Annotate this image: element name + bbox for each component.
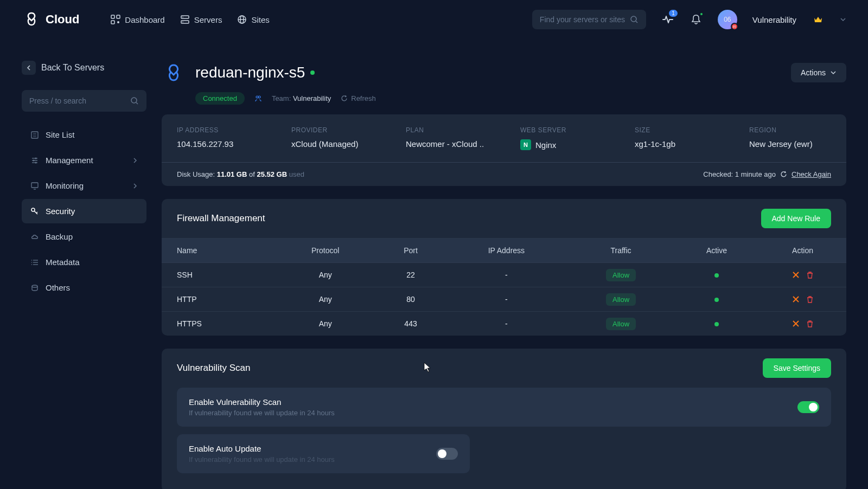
sidebar-item-metadata[interactable]: Metadata (22, 250, 146, 274)
sidebar-item-label: Site List (46, 130, 74, 139)
refresh-button[interactable]: Refresh (341, 94, 376, 102)
user-name: Vulnerability (752, 15, 796, 24)
delete-icon[interactable] (806, 295, 814, 303)
save-settings-button[interactable]: Save Settings (763, 358, 831, 378)
cloud-icon (30, 233, 39, 241)
chevron-left-icon (22, 61, 36, 75)
nav-sites[interactable]: Sites (237, 15, 269, 24)
sidebar-search[interactable]: Press / to search (22, 90, 146, 112)
disk-usage-text: Disk Usage: 11.01 GB of 25.52 GB used (177, 170, 304, 178)
chevron-down-icon (830, 69, 837, 76)
ip-value: 104.156.227.93 (177, 139, 259, 149)
team-name: Vulnerability (293, 94, 331, 102)
refresh-icon (780, 171, 787, 178)
chevron-right-icon (132, 158, 138, 163)
cell-traffic: Allow (567, 263, 674, 287)
svg-point-21 (35, 157, 37, 159)
activity-icon[interactable]: 1 (661, 13, 674, 26)
size-label: SIZE (635, 126, 717, 134)
enable-vuln-toggle[interactable] (797, 401, 819, 413)
sidebar-item-management[interactable]: Management (22, 148, 146, 172)
sidebar-item-label: Security (46, 207, 75, 216)
disable-icon[interactable] (792, 295, 800, 303)
col-traffic: Traffic (567, 239, 674, 263)
auto-update-title: Enable Auto Update (189, 444, 335, 453)
grid-icon (111, 15, 120, 24)
auto-update-toggle[interactable] (436, 448, 458, 460)
add-rule-button[interactable]: Add New Rule (761, 209, 832, 228)
global-search[interactable]: Find your servers or sites (532, 10, 646, 29)
svg-point-13 (131, 98, 137, 103)
auto-update-desc: If vulnerability found we will update in… (189, 455, 335, 464)
sidebar-item-others[interactable]: Others (22, 275, 146, 300)
back-label: Back To Servers (41, 63, 104, 73)
server-logo-icon (162, 61, 186, 85)
enable-vuln-desc: If vulnerability found we will update in… (189, 409, 335, 417)
back-to-servers[interactable]: Back To Servers (22, 61, 146, 75)
col-protocol: Protocol (275, 239, 376, 263)
sidebar-item-backup[interactable]: Backup (22, 224, 146, 249)
logo-icon (22, 10, 41, 29)
auto-update-row: Enable Auto Update If vulnerability foun… (177, 434, 470, 473)
cell-ip: - (445, 287, 568, 312)
disable-icon[interactable] (792, 320, 800, 327)
sidebar-item-label: Management (46, 156, 93, 165)
sidebar-item-site-list[interactable]: Site List (22, 123, 146, 147)
status-dot-icon (310, 70, 315, 75)
table-row: HTTPS Any 443 - Allow (162, 312, 846, 336)
sidebar-item-label: Monitoring (46, 181, 84, 190)
avatar[interactable]: 06 R (718, 10, 737, 29)
svg-point-33 (31, 262, 33, 263)
ip-label: IP ADDRESS (177, 126, 259, 134)
plan-label: PLAN (406, 126, 488, 134)
cell-name: HTTPS (162, 312, 275, 336)
ws-label: WEB SERVER (520, 126, 602, 134)
actions-button[interactable]: Actions (791, 63, 846, 82)
bell-icon[interactable] (690, 13, 703, 26)
stack-icon (30, 284, 39, 292)
svg-rect-0 (111, 15, 114, 18)
nav-servers[interactable]: Servers (180, 15, 222, 24)
server-icon (180, 15, 190, 24)
monitor-icon (30, 182, 39, 190)
svg-point-7 (182, 22, 183, 23)
cell-port: 22 (376, 263, 445, 287)
user-menu-chevron[interactable] (840, 16, 846, 23)
cell-ip: - (445, 312, 568, 336)
cell-name: SSH (162, 263, 275, 287)
avatar-initials: 06 (724, 16, 731, 23)
nav-dashboard[interactable]: Dashboard (111, 15, 164, 24)
svg-rect-4 (181, 16, 189, 18)
col-active: Active (674, 239, 759, 263)
brand-text: Cloud (46, 12, 79, 27)
checked-text: Checked: 1 minute ago (703, 170, 776, 178)
table-row: HTTP Any 80 - Allow (162, 287, 846, 312)
sidebar-item-security[interactable]: Security (22, 199, 146, 223)
server-name: reduan-nginx-s5 (195, 64, 305, 81)
status-badge: Connected (195, 92, 245, 105)
provider-label: PROVIDER (291, 126, 373, 134)
col-action: Action (759, 239, 846, 263)
logo[interactable]: Cloud (22, 10, 79, 29)
cell-traffic: Allow (567, 287, 674, 312)
info-bar: IP ADDRESS104.156.227.93 PROVIDERxCloud … (162, 114, 846, 162)
cell-protocol: Any (275, 287, 376, 312)
svg-rect-2 (111, 21, 114, 24)
bell-dot (699, 12, 704, 16)
sidebar-item-monitoring[interactable]: Monitoring (22, 173, 146, 198)
sidebar-search-placeholder: Press / to search (29, 96, 86, 105)
list-ol-icon (30, 258, 39, 267)
svg-point-35 (32, 285, 37, 287)
nav-servers-label: Servers (194, 15, 222, 24)
cell-port: 80 (376, 287, 445, 312)
col-ip: IP Address (445, 239, 568, 263)
svg-point-37 (258, 96, 260, 98)
delete-icon[interactable] (806, 320, 814, 327)
provider-value: xCloud (Managed) (291, 139, 373, 149)
delete-icon[interactable] (806, 271, 814, 279)
firewall-table: Name Protocol Port IP Address Traffic Ac… (162, 238, 846, 336)
check-again-link[interactable]: Check Again (792, 170, 831, 178)
col-port: Port (376, 239, 445, 263)
disable-icon[interactable] (792, 271, 800, 279)
cell-protocol: Any (275, 263, 376, 287)
